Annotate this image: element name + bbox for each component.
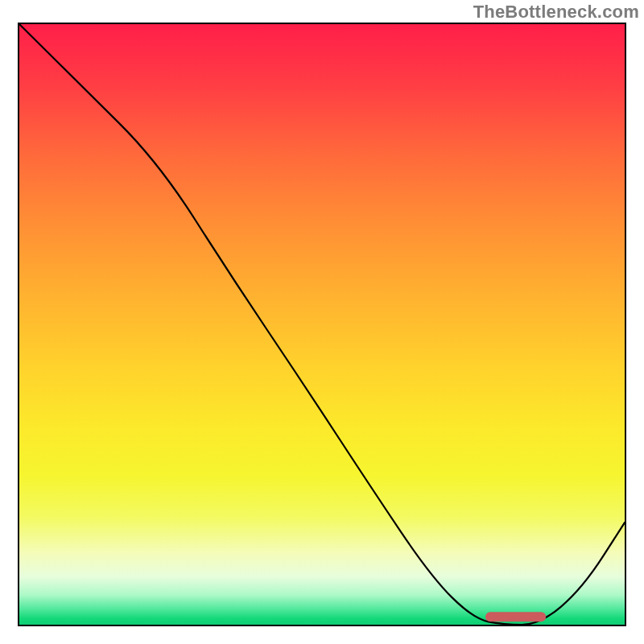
watermark-text: TheBottleneck.com [473,2,639,23]
chart-stage: TheBottleneck.com [0,0,644,644]
optimal-range-marker [485,612,546,621]
plot-svg [19,24,625,625]
bottleneck-curve [19,24,625,625]
plot-frame [18,23,626,626]
